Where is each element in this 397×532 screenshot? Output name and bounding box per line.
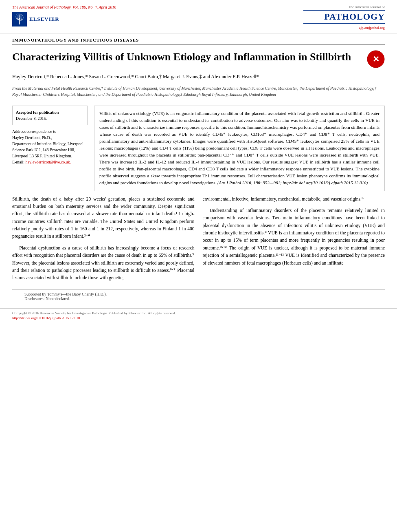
two-col-section: Accepted for publication December 8, 201… xyxy=(0,102,397,195)
title-area: Characterizing Villitis of Unknown Etiol… xyxy=(0,44,397,71)
footnote-area: Supported by Tommy's—the Baby Charity (H… xyxy=(12,289,385,303)
main-title: Characterizing Villitis of Unknown Etiol… xyxy=(12,50,360,64)
accepted-date: December 8, 2015. xyxy=(16,115,84,121)
address-label: Address correspondence to xyxy=(12,128,88,135)
funding-note: Supported by Tommy's—the Baby Charity (H… xyxy=(24,292,373,296)
header-divider xyxy=(303,10,385,11)
section-label: IMMUNOPATHOLOGY AND INFECTIOUS DISEASES xyxy=(12,38,385,44)
address-block: Address correspondence to Hayley Derrico… xyxy=(12,128,88,165)
abstract-box: Villitis of unknown etiology (VUE) is an… xyxy=(94,106,385,191)
body-col-left: Stillbirth, the death of a baby after 20… xyxy=(12,195,195,286)
elsevier-text: ELSEVIER xyxy=(29,16,59,22)
footer: Copyright © 2016 American Society for In… xyxy=(0,308,397,322)
journal-name-small: The American Journal of xyxy=(348,5,385,9)
body-para-right-2: Understanding of inflammatory disorders … xyxy=(203,207,385,267)
abstract-text: Villitis of unknown etiology (VUE) is an… xyxy=(99,111,379,185)
address-email-line: E-mail: hayleyderricott@live.co.uk. xyxy=(12,159,88,165)
disclosures-note: Disclosures: None declared. xyxy=(24,296,373,301)
copyright-text: Copyright © 2016 American Society for In… xyxy=(12,311,385,315)
body-para-1: Stillbirth, the death of a baby after 20… xyxy=(12,195,195,240)
affiliations: From the Maternal and Fetal Health Resea… xyxy=(0,84,397,102)
header-right: The American Journal of PATHOLOGY ajp.am… xyxy=(303,5,385,30)
body-para-2: Placental dysfunction as a cause of stil… xyxy=(12,244,195,282)
journal-tagline: The American Journal of Pathology, Vol. … xyxy=(12,5,116,9)
abstract-citation: (Am J Pathol 2016, 186: 952—961; http://… xyxy=(217,180,368,185)
accepted-label: Accepted for publication xyxy=(16,109,84,115)
address-city: Liverpool L3 5RF, United Kingdom. xyxy=(12,153,88,159)
header: The American Journal of Pathology, Vol. … xyxy=(0,0,397,33)
body-section: Stillbirth, the death of a baby after 20… xyxy=(0,195,397,286)
body-col-right: environmental, infective, inflammatory, … xyxy=(203,195,385,286)
accepted-box: Accepted for publication December 8, 201… xyxy=(12,106,88,125)
elsevier-logo: ELSEVIER xyxy=(12,12,59,26)
header-left: The American Journal of Pathology, Vol. … xyxy=(12,5,116,26)
address-email-label: E-mail: xyxy=(12,160,24,164)
address-name: Hayley Derricott, Ph.D., xyxy=(12,135,88,141)
body-para-right-1: environmental, infective, inflammatory, … xyxy=(203,195,385,203)
sidebar-info: Accepted for publication December 8, 201… xyxy=(12,106,88,191)
page: The American Journal of Pathology, Vol. … xyxy=(0,0,397,532)
journal-name-large: PATHOLOGY xyxy=(324,11,385,22)
address-dept: Department of Infection Biology, Liverpo… xyxy=(12,141,88,153)
elsevier-icon xyxy=(12,12,27,26)
journal-url: ajp.amjpathol.org xyxy=(359,26,385,30)
authors: Hayley Derricott,* Rebecca L. Jones,* Su… xyxy=(0,71,397,84)
crossmark-badge[interactable]: ✕ xyxy=(367,50,385,68)
svg-text:✕: ✕ xyxy=(373,55,379,64)
header-divider-bottom xyxy=(303,23,385,24)
address-email-link[interactable]: hayleyderricott@live.co.uk. xyxy=(26,160,71,164)
doi-link[interactable]: http://dx.doi.org/10.1016/j.ajpath.2015.… xyxy=(12,316,385,320)
